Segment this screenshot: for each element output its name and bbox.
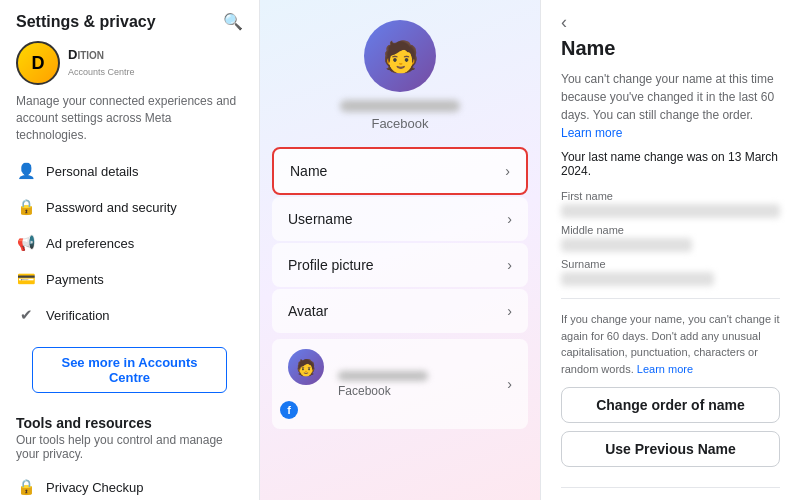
- sidebar-header: Settings & privacy 🔍: [0, 0, 259, 37]
- surname-value-blurred: [561, 272, 714, 286]
- learn-more-link-2[interactable]: Learn more: [637, 363, 693, 375]
- surname-field: Surname: [561, 258, 780, 286]
- sidebar-account-section: 👤 Personal details 🔒 Password and securi…: [0, 149, 259, 337]
- center-menu-username[interactable]: Username ›: [272, 197, 528, 241]
- mini-avatar: 🧑: [288, 349, 324, 385]
- back-button[interactable]: ‹: [561, 0, 780, 37]
- center-menu-name[interactable]: Name ›: [272, 147, 528, 195]
- ads-icon: 📢: [16, 233, 36, 253]
- profile-name-blurred: [340, 100, 460, 112]
- use-previous-name-button[interactable]: Use Previous Name: [561, 431, 780, 467]
- chevron-right-icon: ›: [505, 163, 510, 179]
- watermark-logo: D: [16, 41, 60, 85]
- sidebar-item-payments[interactable]: 💳 Payments: [0, 261, 259, 297]
- search-icon[interactable]: 🔍: [223, 12, 243, 31]
- learn-more-link-1[interactable]: Learn more: [561, 126, 622, 140]
- facebook-badge-icon: f: [280, 401, 298, 419]
- privacy-icon: 🔒: [16, 477, 36, 497]
- chevron-right-icon: ›: [507, 303, 512, 319]
- meta-description: Manage your connected experiences and ac…: [0, 93, 259, 149]
- profile-platform: Facebook: [371, 116, 428, 131]
- first-name-field: First name: [561, 190, 780, 218]
- middle-name-field: Middle name: [561, 224, 780, 252]
- divider: [561, 298, 780, 299]
- surname-label: Surname: [561, 258, 780, 270]
- chevron-right-icon: ›: [507, 376, 512, 392]
- first-name-value-blurred: [561, 204, 780, 218]
- chevron-right-icon: ›: [507, 211, 512, 227]
- sidebar-item-password[interactable]: 🔒 Password and security: [0, 189, 259, 225]
- sidebar-item-verification[interactable]: ✔ Verification: [0, 297, 259, 333]
- payments-icon: 💳: [16, 269, 36, 289]
- profile-avatar: 🧑: [364, 20, 436, 92]
- watermark-text: DITIONAccounts Centre: [68, 47, 135, 78]
- center-menu-profile-picture[interactable]: Profile picture ›: [272, 243, 528, 287]
- mini-avatar-container: 🧑 f: [288, 349, 324, 419]
- name-change-restriction-text: You can't change your name at this time …: [561, 70, 780, 142]
- sidebar-item-personal[interactable]: 👤 Personal details: [0, 153, 259, 189]
- tools-title: Tools and resources: [16, 415, 243, 431]
- see-more-accounts-button[interactable]: See more in Accounts Centre: [32, 347, 227, 393]
- middle-name-value-blurred: [561, 238, 692, 252]
- center-profile-row[interactable]: 🧑 f Facebook ›: [272, 339, 528, 429]
- change-order-button[interactable]: Change order of name: [561, 387, 780, 423]
- right-panel: ‹ Name You can't change your name at thi…: [540, 0, 800, 500]
- sidebar-title: Settings & privacy: [16, 13, 156, 31]
- lock-icon: 🔒: [16, 197, 36, 217]
- sidebar-item-ads[interactable]: 📢 Ad preferences: [0, 225, 259, 261]
- sidebar-item-privacy-checkup[interactable]: 🔒 Privacy Checkup: [0, 469, 259, 500]
- right-panel-title: Name: [561, 37, 780, 60]
- last-change-text: Your last name change was on 13 March 20…: [561, 150, 780, 178]
- mini-name-blurred: [338, 371, 428, 381]
- verification-icon: ✔: [16, 305, 36, 325]
- center-panel: 🧑 Facebook Name › Username › Profile pic…: [260, 0, 540, 500]
- sidebar: Settings & privacy 🔍 D DITIONAccounts Ce…: [0, 0, 260, 500]
- tools-subtitle: Our tools help you control and manage yo…: [16, 433, 243, 461]
- center-menu: Name › Username › Profile picture › Avat…: [260, 147, 540, 433]
- middle-name-label: Middle name: [561, 224, 780, 236]
- profile-row-info: Facebook: [338, 371, 428, 398]
- first-name-label: First name: [561, 190, 780, 202]
- divider-2: [561, 487, 780, 488]
- profile-row-left: 🧑 f Facebook: [288, 349, 428, 419]
- center-menu-avatar[interactable]: Avatar ›: [272, 289, 528, 333]
- tools-section: Tools and resources Our tools help you c…: [0, 407, 259, 469]
- name-change-info-text: If you change your name, you can't chang…: [561, 311, 780, 377]
- personal-icon: 👤: [16, 161, 36, 181]
- chevron-right-icon: ›: [507, 257, 512, 273]
